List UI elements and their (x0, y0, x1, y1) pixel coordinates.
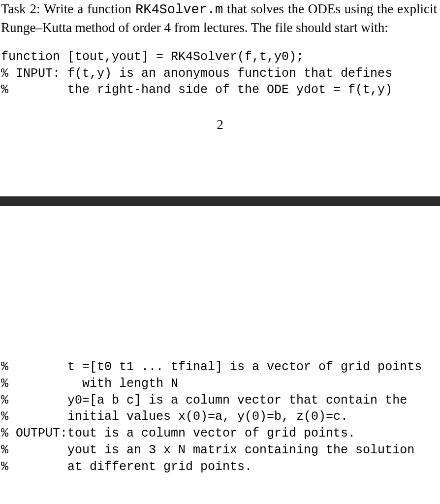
document-page: Task 2: Write a function RK4Solver.m tha… (0, 0, 440, 475)
task-prefix: Task 2: Write a function (1, 1, 135, 16)
task-paragraph: Task 2: Write a function RK4Solver.m tha… (0, 0, 440, 37)
page-separator (0, 196, 440, 206)
code-block-top: function [tout,yout] = RK4Solver(f,t,y0)… (0, 49, 440, 98)
code-line: % at different grid points. (1, 460, 252, 474)
code-block-bottom: % t =[t0 t1 ... tfinal] is a vector of g… (0, 359, 440, 475)
code-line: % the right-hand side of the ODE ydot = … (1, 83, 392, 97)
task-filename: RK4Solver.m (135, 2, 223, 17)
code-line: % with length N (1, 377, 178, 391)
code-line: % INPUT: f(t,y) is an anonymous function… (1, 66, 392, 81)
code-line: function [tout,yout] = RK4Solver(f,t,y0)… (1, 50, 304, 64)
code-line: % yout is an 3 x N matrix containing the… (1, 443, 414, 457)
code-line: % y0=[a b c] is a column vector that con… (1, 393, 407, 408)
code-line: % OUTPUT:tout is a column vector of grid… (1, 426, 355, 441)
code-line: % initial values x(0)=a, y(0)=b, z(0)=c. (1, 410, 348, 424)
page-number: 2 (0, 117, 440, 132)
code-line: % t =[t0 t1 ... tfinal] is a vector of g… (1, 360, 422, 374)
